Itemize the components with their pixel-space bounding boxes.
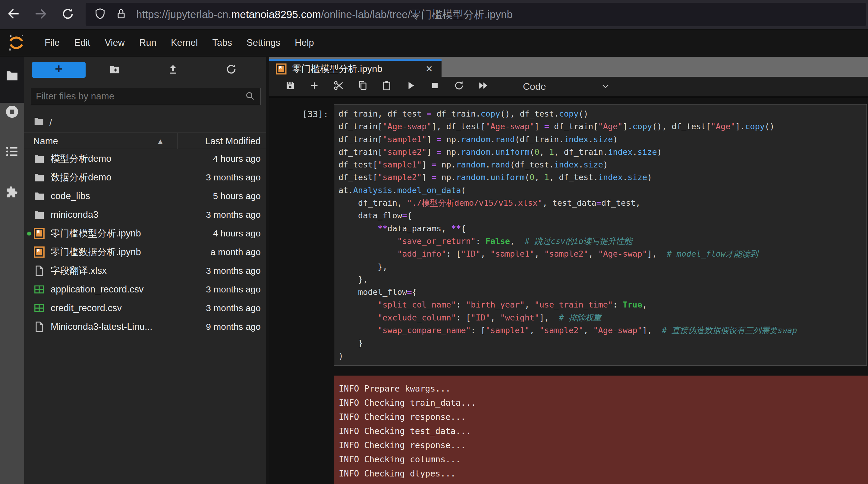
stop-button[interactable] [423,80,447,93]
file-modified: 3 months ago [206,284,261,295]
code-line: df_test["sample1"] = np.random.rand(df_t… [338,158,867,171]
file-row[interactable]: 字段翻译.xlsx3 months ago [24,261,266,280]
folder-icon [33,209,45,221]
menu-view[interactable]: View [97,37,132,48]
browser-reload-button[interactable] [54,7,82,22]
csv-icon [33,283,45,295]
notebook-content[interactable]: [33]: df_train, df_test = df_train.copy(… [269,98,868,484]
file-row[interactable]: 零门槛模型分析.ipynb4 hours ago [24,224,266,243]
log-line: WARNING Setting format_time_edge to True… [339,481,868,484]
file-row[interactable]: credit_record.csv3 months ago [24,299,266,318]
search-icon [245,91,255,102]
file-modified: 3 months ago [206,266,261,276]
menu-settings[interactable]: Settings [239,37,287,48]
menu-file[interactable]: File [37,37,67,48]
file-list-header: Name ▲ Last Modified [24,132,266,149]
new-folder-button[interactable] [86,63,144,76]
file-row[interactable]: code_libs5 hours ago [24,187,266,205]
shield-icon[interactable] [94,8,106,21]
lock-icon[interactable] [115,8,127,21]
close-icon[interactable]: × [424,62,435,75]
code-line: } [338,337,867,349]
browser-toolbar: https://jupyterlab-cn.metanoia8295.com/o… [0,0,868,30]
sidebar-item-running-kernels[interactable] [5,104,19,119]
folder-icon [33,153,45,165]
insert-below-button[interactable] [302,80,327,93]
log-line: INFO Checking response... [339,438,868,452]
new-launcher-button[interactable]: + [32,62,86,78]
jupyter-logo-icon [7,33,26,53]
address-bar[interactable]: https://jupyterlab-cn.metanoia8295.com/o… [86,3,866,26]
reload-icon [61,17,75,22]
file-modified: a month ago [210,247,261,257]
file-browser-toolbar-icons [86,63,260,76]
code-line: }, [338,260,867,273]
file-name: 字段翻译.xlsx [51,264,107,277]
sidebar-item-file-browser[interactable] [0,57,24,103]
upload-button[interactable] [144,63,202,76]
browser-forward-button[interactable] [27,7,54,22]
file-browser-icon [5,68,19,83]
run-button[interactable] [399,80,423,93]
log-line: INFO Checking dtypes... [339,466,868,481]
save-button[interactable] [278,80,302,93]
code-line: df_train["sample2"] = np.random.uniform(… [338,146,867,158]
file-modified: 3 months ago [206,209,261,220]
menu-run[interactable]: Run [132,37,164,48]
notebook-icon [33,246,45,258]
breadcrumb-root[interactable]: / [50,117,52,128]
copy-button[interactable] [350,80,375,93]
run-icon [405,82,416,93]
file-row[interactable]: miniconda33 months ago [24,205,266,224]
chevron-down-icon[interactable] [600,81,611,93]
menu-tabs[interactable]: Tabs [205,37,239,48]
file-name: application_record.csv [51,284,144,295]
menu-help[interactable]: Help [287,37,321,48]
url-text: https://jupyterlab-cn.metanoia8295.com/o… [136,7,513,22]
run-all-button[interactable] [471,80,495,93]
refresh-icon [225,71,237,76]
code-line: }, [338,273,867,286]
file-row[interactable]: Miniconda3-latest-Linu...9 months ago [24,318,266,336]
breadcrumb[interactable]: / [33,115,52,129]
file-browser-panel: + / Name ▲ Last Modified 模型分析demo4 hours… [24,57,266,484]
code-line: "add_info": ["ID", "sample1", "sample2",… [338,248,867,260]
extensions-icon [5,195,19,200]
cell-editor[interactable]: df_train, df_test = df_train.copy(), df_… [334,104,867,366]
file-name: 零门槛数据分析.ipynb [51,246,141,258]
file-row[interactable]: 零门槛数据分析.ipynba month ago [24,243,266,261]
folder-icon [33,171,45,184]
cell-type-dropdown[interactable]: Code [523,81,546,92]
code-line: model_flow={ [338,286,867,298]
copy-icon [357,82,368,93]
tab-notebook[interactable]: 零门槛模型分析.ipynb × [269,59,441,77]
restart-button[interactable] [447,80,471,93]
file-name: 数据分析demo [51,171,112,184]
file-name: code_libs [51,191,90,201]
menu-edit[interactable]: Edit [67,37,97,48]
file-row[interactable]: application_record.csv3 months ago [24,280,266,299]
upload-icon [167,71,179,76]
sort-ascending-icon[interactable]: ▲ [157,137,164,146]
column-header-name[interactable]: Name [33,136,58,147]
sidebar-item-table-of-contents[interactable] [5,144,19,159]
file-row[interactable]: 模型分析demo4 hours ago [24,150,266,168]
log-line: INFO Checking response... [339,410,868,424]
paste-button[interactable] [375,80,399,93]
file-name: 零门槛模型分析.ipynb [51,227,141,240]
folder-icon [33,190,45,202]
column-header-modified[interactable]: Last Modified [205,136,261,147]
stderr-output: INFO Prepare kwargs...INFO Checking trai… [334,376,868,484]
table-of-contents-icon [5,155,19,160]
insert-below-icon [309,82,320,93]
sidebar-item-extensions[interactable] [5,185,19,199]
menu-kernel[interactable]: Kernel [164,37,205,48]
browser-back-button[interactable] [0,7,27,22]
save-icon [285,82,296,93]
panel-splitter[interactable] [266,57,269,484]
code-line: "swap_compare_name": ["sample1", "sample… [338,324,867,337]
cut-button[interactable] [327,80,350,93]
refresh-button[interactable] [202,63,260,76]
filter-files-input[interactable] [36,91,245,102]
file-row[interactable]: 数据分析demo3 months ago [24,168,266,187]
